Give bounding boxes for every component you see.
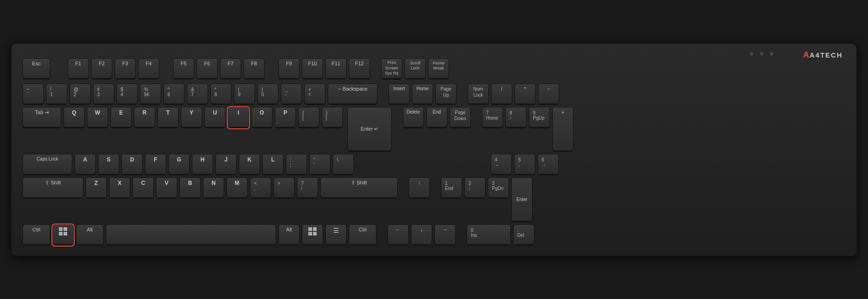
key-f11[interactable]: F11 — [325, 58, 347, 80]
key-1[interactable]: !1 — [46, 84, 67, 105]
key-lbracket[interactable]: {[ — [298, 107, 319, 128]
key-lwin[interactable] — [52, 224, 74, 246]
key-f12[interactable]: F12 — [349, 58, 370, 80]
key-t[interactable]: T — [157, 107, 179, 128]
key-p[interactable]: P — [275, 107, 296, 128]
key-comma[interactable]: <, — [250, 178, 271, 199]
key-rctrl[interactable]: Ctrl — [349, 224, 376, 246]
key-k[interactable]: K — [239, 154, 260, 175]
key-tab[interactable]: Tab ⇥ — [23, 107, 61, 128]
key-f9[interactable]: F9 — [278, 58, 300, 80]
key-lalt[interactable]: Alt — [76, 224, 104, 246]
key-h[interactable]: H — [192, 154, 213, 175]
key-m[interactable]: M — [226, 178, 248, 199]
key-leftarrow[interactable]: ← — [388, 224, 409, 246]
key-f8[interactable]: F8 — [243, 58, 265, 80]
key-b[interactable]: B — [179, 178, 201, 199]
key-end[interactable]: End — [426, 107, 447, 128]
key-v[interactable]: V — [156, 178, 177, 199]
key-num0[interactable]: 0Ins — [467, 224, 511, 246]
key-backtick[interactable]: ~` — [23, 84, 44, 105]
key-num9[interactable]: 9PgUp — [529, 107, 550, 128]
key-f2[interactable]: F2 — [91, 58, 112, 80]
key-4[interactable]: $4 — [116, 84, 138, 105]
key-numplus[interactable]: + — [552, 107, 573, 152]
key-d[interactable]: D — [122, 154, 143, 175]
key-quote[interactable]: "' — [309, 154, 330, 175]
key-f[interactable]: F — [145, 154, 166, 175]
key-rbracket[interactable]: }] — [322, 107, 343, 128]
key-capslock[interactable]: Caps Lock — [23, 154, 72, 175]
key-lshift[interactable]: ⇧ Shift — [23, 178, 83, 199]
key-f5[interactable]: F5 — [173, 58, 194, 80]
key-ralt[interactable]: Alt — [278, 224, 300, 246]
key-i[interactable]: I — [228, 107, 249, 128]
key-rwin[interactable] — [302, 224, 323, 246]
key-semicolon[interactable]: :; — [286, 154, 307, 175]
key-8[interactable]: *8 — [210, 84, 231, 105]
key-minus[interactable]: _- — [281, 84, 302, 105]
key-x[interactable]: X — [109, 178, 130, 199]
key-y[interactable]: Y — [181, 107, 202, 128]
key-esc[interactable]: Esc — [23, 58, 50, 80]
key-f3[interactable]: F3 — [115, 58, 136, 80]
key-r[interactable]: R — [134, 107, 155, 128]
key-scrolllock[interactable]: ScrollLock — [405, 58, 426, 80]
key-z[interactable]: Z — [86, 178, 107, 199]
key-num7[interactable]: 7Home — [482, 107, 503, 128]
key-5[interactable]: %5€ — [140, 84, 161, 105]
key-downarrow[interactable]: ↓ — [411, 224, 432, 246]
key-num3[interactable]: 3PgDn — [488, 178, 509, 199]
key-delete[interactable]: Delete — [403, 107, 424, 128]
key-6[interactable]: ^6 — [163, 84, 185, 105]
key-num4[interactable]: 4← — [491, 154, 512, 175]
key-w[interactable]: W — [87, 107, 108, 128]
key-numlock[interactable]: NumLock — [468, 84, 489, 105]
key-nummul[interactable]: * — [515, 84, 536, 105]
key-rightarrow[interactable]: → — [434, 224, 456, 246]
key-num1[interactable]: 1End — [441, 178, 462, 199]
key-uparrow[interactable]: ↑ — [409, 178, 430, 199]
key-printscreen[interactable]: PrintScreenSys Rq — [381, 58, 402, 80]
key-7[interactable]: &7 — [187, 84, 208, 105]
key-lctrl[interactable]: Ctrl — [23, 224, 50, 246]
key-g[interactable]: G — [168, 154, 190, 175]
key-home[interactable]: Home — [412, 84, 433, 105]
key-l[interactable]: L — [262, 154, 284, 175]
key-f4[interactable]: F4 — [138, 58, 159, 80]
key-slash[interactable]: ?/ — [297, 178, 318, 199]
key-enter[interactable]: Enter ↵ — [347, 107, 392, 152]
key-insert[interactable]: Insert — [388, 84, 410, 105]
key-f6[interactable]: F6 — [197, 58, 218, 80]
key-period[interactable]: >. — [273, 178, 295, 199]
key-backspace[interactable]: ←Backspace — [328, 84, 377, 105]
key-num8[interactable]: 8↑ — [505, 107, 527, 128]
key-rshift[interactable]: ⇧ Shift — [320, 178, 398, 199]
key-pagedown[interactable]: PageDown — [450, 107, 471, 128]
key-pause[interactable]: PauseBreak — [428, 58, 449, 80]
key-j[interactable]: J — [215, 154, 237, 175]
key-3[interactable]: #3 — [93, 84, 114, 105]
key-n[interactable]: N — [203, 178, 224, 199]
key-e[interactable]: E — [110, 107, 132, 128]
key-9[interactable]: (9 — [234, 84, 255, 105]
key-numdiv[interactable]: / — [491, 84, 512, 105]
key-num6[interactable]: 6→ — [538, 154, 559, 175]
key-num2[interactable]: 2↓ — [464, 178, 486, 199]
key-u[interactable]: U — [204, 107, 226, 128]
key-0[interactable]: )0 — [257, 84, 278, 105]
key-o[interactable]: O — [251, 107, 272, 128]
key-2[interactable]: @2 — [69, 84, 91, 105]
key-a[interactable]: A — [75, 154, 96, 175]
key-f7[interactable]: F7 — [220, 58, 241, 80]
key-f10[interactable]: F10 — [302, 58, 323, 80]
key-backslash[interactable]: \ — [333, 154, 354, 175]
key-pageup[interactable]: PageUp — [435, 84, 457, 105]
key-equals[interactable]: += — [304, 84, 325, 105]
key-f1[interactable]: F1 — [68, 58, 89, 80]
key-numminus[interactable]: − — [538, 84, 559, 105]
key-c[interactable]: C — [133, 178, 154, 199]
key-q[interactable]: Q — [64, 107, 85, 128]
key-num5[interactable]: 5· — [514, 154, 535, 175]
key-s[interactable]: S — [98, 154, 119, 175]
